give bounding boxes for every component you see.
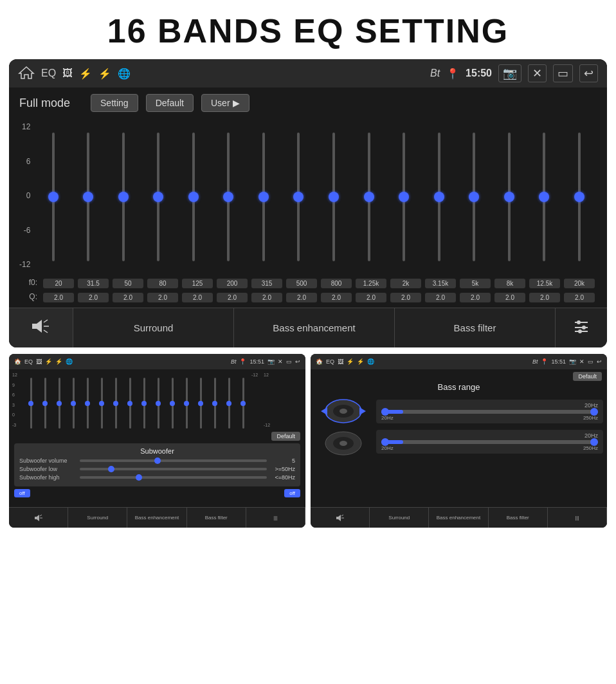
slider-thumb-8[interactable] — [329, 192, 339, 202]
freq-badge-9: 1.25k — [356, 279, 387, 288]
slider-track-11 — [438, 133, 440, 261]
slider-col-12[interactable] — [457, 120, 492, 274]
mini-topbar-left: 🏠 EQ 🖼 ⚡ ⚡ 🌐 Bt 📍 15:51 📷✕▭↩ — [9, 354, 305, 369]
slider-track-2 — [122, 133, 125, 261]
slider-col-1[interactable] — [71, 120, 106, 274]
default-button[interactable]: Default — [146, 94, 194, 112]
bass-range-thumb-left-1[interactable] — [381, 408, 389, 416]
slider-thumb-11[interactable] — [434, 192, 444, 202]
mini-slider-col-10 — [166, 371, 179, 429]
back-btn[interactable]: ↩ — [579, 64, 598, 82]
bass-range-thumb-right-1[interactable] — [590, 408, 598, 416]
slider-thumb-7[interactable] — [293, 192, 303, 202]
surround-button[interactable]: Surround — [73, 308, 234, 347]
bass-enhancement-button[interactable]: Bass enhancement — [234, 308, 395, 347]
slider-thumb-12[interactable] — [469, 192, 479, 202]
slider-thumb-14[interactable] — [539, 192, 549, 202]
mini-settings-left[interactable]: ||| — [246, 508, 305, 528]
mini-surround-left[interactable]: Surround — [68, 508, 127, 528]
freq-badge-6: 315 — [251, 279, 283, 288]
slider-thumb-6[interactable] — [258, 192, 269, 202]
mini-volume-right[interactable] — [311, 508, 370, 528]
slider-col-11[interactable] — [421, 120, 457, 274]
slider-col-7[interactable] — [281, 120, 316, 274]
camera-btn[interactable]: 📷 — [498, 64, 521, 82]
q-badge-5: 2.0 — [217, 293, 248, 302]
slider-col-4[interactable] — [176, 120, 212, 274]
settings-button[interactable] — [556, 308, 607, 347]
home-icon[interactable] — [18, 66, 35, 82]
off-badge-2[interactable]: off — [284, 489, 300, 497]
slider-col-3[interactable] — [141, 120, 176, 274]
bass-filter-button[interactable]: Bass filter — [395, 308, 556, 347]
mini-bass-filter-right[interactable]: Bass filter — [489, 508, 548, 528]
slider-col-9[interactable] — [351, 120, 386, 274]
mini-slider-thumb-15 — [240, 401, 246, 406]
mini-bass-enh-left[interactable]: Bass enhancement — [127, 508, 186, 528]
mini-slider-thumb-11 — [184, 401, 189, 406]
setting-button[interactable]: Setting — [91, 94, 138, 112]
slider-col-15[interactable] — [562, 120, 597, 274]
slider-thumb-9[interactable] — [364, 192, 374, 202]
slider-thumb-3[interactable] — [153, 192, 163, 202]
slider-track-5 — [227, 133, 230, 261]
freq-badge-12: 5k — [460, 279, 491, 288]
slider-col-14[interactable] — [527, 120, 562, 274]
slider-thumb-5[interactable] — [223, 192, 233, 202]
mini-slider-col-11 — [180, 371, 193, 429]
mini-home-icon-left: 🏠 — [14, 358, 21, 365]
slider-col-13[interactable] — [491, 120, 527, 274]
q-val-4: 2.0 — [180, 291, 215, 302]
q-badge-4: 2.0 — [182, 293, 213, 302]
mini-slider-col-9 — [152, 371, 165, 429]
svg-marker-13 — [37, 515, 39, 521]
freq-badge-3: 80 — [147, 279, 179, 288]
slider-thumb-4[interactable] — [188, 192, 199, 202]
slider-col-6[interactable] — [246, 120, 282, 274]
volume-button[interactable] — [9, 308, 73, 347]
off-badges: off off — [9, 488, 305, 499]
slider-col-0[interactable] — [35, 120, 71, 274]
svg-marker-0 — [19, 67, 33, 79]
mini-bass-filter-left[interactable]: Bass filter — [187, 508, 246, 528]
slider-track-7 — [297, 133, 300, 261]
bass-range-thumb-left-2[interactable] — [381, 438, 389, 446]
default-btn-right[interactable]: Default — [573, 372, 602, 381]
slider-thumb-15[interactable] — [574, 192, 584, 202]
user-button[interactable]: User ▶ — [201, 94, 249, 112]
freq-badge-7: 500 — [286, 279, 318, 288]
slider-track-12 — [473, 133, 475, 261]
mini-surround-right[interactable]: Surround — [370, 508, 429, 528]
mini-time-left: 15:51 — [249, 358, 264, 365]
mini-slider-track-5 — [101, 378, 103, 429]
slider-thumb-0[interactable] — [48, 192, 59, 202]
mini-slider-thumb-12 — [198, 401, 203, 406]
slider-thumb-10[interactable] — [399, 192, 409, 202]
bass-range-thumb-right-2[interactable] — [590, 438, 598, 446]
svg-line-5 — [44, 330, 48, 333]
window-btn[interactable]: ▭ — [553, 64, 573, 82]
usb1-icon: ⚡ — [79, 68, 92, 80]
slider-thumb-2[interactable] — [118, 192, 129, 202]
q-val-11: 2.0 — [423, 291, 458, 302]
mini-bass-enh-right[interactable]: Bass enhancement — [429, 508, 488, 528]
slider-col-2[interactable] — [105, 120, 141, 274]
slider-col-5[interactable] — [211, 120, 246, 274]
bluetooth-label: Bt — [430, 68, 440, 79]
mini-volume-left[interactable] — [9, 508, 68, 528]
q-values: 2.02.02.02.02.02.02.02.02.02.02.02.02.02… — [41, 291, 597, 302]
slider-thumb-1[interactable] — [83, 192, 93, 202]
slider-col-10[interactable] — [386, 120, 422, 274]
slider-col-8[interactable] — [316, 120, 352, 274]
mini-settings-right[interactable]: ||| — [548, 508, 607, 528]
svg-line-14 — [40, 515, 42, 516]
default-btn-left[interactable]: Default — [271, 432, 300, 441]
off-badge-1[interactable]: off — [14, 489, 30, 497]
mini-slider-track-0 — [30, 378, 32, 429]
location-icon: 📍 — [446, 68, 459, 80]
mode-label: Full mode — [19, 97, 70, 110]
freq-val-0: 20 — [41, 277, 76, 288]
subwoofer-volume-row: Subwoofer volume 5 — [19, 458, 295, 464]
slider-thumb-13[interactable] — [504, 192, 514, 202]
close-btn[interactable]: ✕ — [528, 64, 547, 82]
